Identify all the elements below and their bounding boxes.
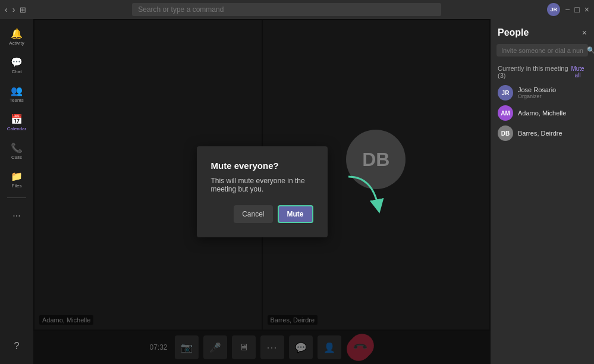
- panel-header: People ×: [491, 19, 594, 44]
- invite-search-icon: 🔍: [587, 46, 594, 54]
- activity-icon: ⊞: [20, 5, 26, 14]
- search-bar[interactable]: [132, 3, 441, 16]
- content-area: Adamo, Michelle DB Barres, Deirdre 07:32…: [33, 19, 491, 364]
- top-bar-right: JR − □ ×: [547, 3, 589, 16]
- forward-icon[interactable]: ›: [12, 5, 15, 14]
- sidebar-item-chat[interactable]: 💬 Chat: [4, 52, 30, 79]
- sidebar-label-chat: Chat: [12, 69, 22, 74]
- sidebar-item-calls[interactable]: 📞 Calls: [4, 138, 30, 164]
- mute-all-button[interactable]: Mute all: [568, 65, 587, 79]
- jose-role: Organizer: [518, 93, 587, 99]
- sidebar-label-calls: Calls: [11, 155, 22, 160]
- modal-title: Mute everyone?: [211, 161, 313, 171]
- sidebar-item-teams[interactable]: 👥 Teams: [4, 81, 30, 107]
- michelle-initials: AM: [501, 110, 510, 117]
- teams-nav-icon: 👥: [11, 85, 23, 96]
- modal-overlay: Mute everyone? This will mute everyone i…: [33, 19, 491, 364]
- close-button[interactable]: ×: [584, 5, 589, 14]
- modal-body: This will mute everyone in the meeting b…: [211, 177, 313, 193]
- sidebar-item-calendar[interactable]: 📅 Calendar: [4, 109, 30, 136]
- search-input[interactable]: [138, 5, 435, 14]
- mute-button[interactable]: Mute: [278, 205, 313, 223]
- cancel-button[interactable]: Cancel: [234, 205, 272, 223]
- user-avatar[interactable]: JR: [547, 3, 560, 16]
- help-icon: ?: [14, 341, 20, 352]
- restore-button[interactable]: □: [574, 5, 579, 14]
- chat-nav-icon: 💬: [11, 57, 23, 68]
- people-panel: People × 🔍 Currently in this meeting (3)…: [491, 19, 594, 364]
- calls-nav-icon: 📞: [11, 142, 23, 153]
- minimize-button[interactable]: −: [565, 5, 570, 14]
- meeting-section-header: Currently in this meeting (3) Mute all: [498, 65, 587, 79]
- panel-title: People: [498, 27, 529, 38]
- participant-item-jose[interactable]: JR Jose Rosario Organizer: [498, 83, 587, 103]
- deirdre-panel-initials: DB: [501, 130, 510, 137]
- sidebar-divider: [7, 197, 26, 198]
- meeting-section: Currently in this meeting (3) Mute all J…: [491, 61, 594, 147]
- sidebar-label-calendar: Calendar: [7, 126, 26, 131]
- files-nav-icon: 📁: [11, 171, 23, 182]
- sidebar-label-activity: Activity: [9, 40, 24, 46]
- sidebar-label-files: Files: [12, 183, 22, 189]
- participant-info-jose: Jose Rosario Organizer: [518, 86, 587, 99]
- participant-avatar-jose: JR: [498, 85, 513, 101]
- participant-info-michelle: Adamo, Michelle: [518, 109, 587, 117]
- top-bar-left: ‹ › ⊞: [5, 5, 26, 14]
- activity-nav-icon: 🔔: [11, 28, 23, 39]
- calendar-nav-icon: 📅: [11, 114, 23, 125]
- meeting-section-title: Currently in this meeting (3): [498, 65, 568, 79]
- participant-avatar-deirdre: DB: [498, 125, 513, 141]
- sidebar-item-more[interactable]: ···: [4, 203, 30, 229]
- top-bar-center: [26, 3, 547, 16]
- invite-input[interactable]: [501, 47, 583, 54]
- participant-item-deirdre[interactable]: DB Barres, Deirdre: [498, 123, 587, 143]
- sidebar-item-files[interactable]: 📁 Files: [4, 167, 30, 193]
- back-icon[interactable]: ‹: [5, 5, 8, 14]
- modal-actions: Cancel Mute: [211, 205, 313, 223]
- top-bar: ‹ › ⊞ JR − □ ×: [0, 0, 594, 19]
- jose-name: Jose Rosario: [518, 86, 587, 93]
- sidebar-item-help[interactable]: ?: [4, 333, 30, 359]
- michelle-name: Adamo, Michelle: [518, 109, 587, 117]
- jose-initials: JR: [502, 90, 510, 96]
- left-sidebar: 🔔 Activity 💬 Chat 👥 Teams 📅 Calendar 📞 C…: [0, 19, 33, 364]
- sidebar-item-activity[interactable]: 🔔 Activity: [4, 24, 30, 50]
- panel-close-button[interactable]: ×: [582, 28, 587, 37]
- participant-item-michelle[interactable]: AM Adamo, Michelle: [498, 103, 587, 123]
- deirdre-name: Barres, Deirdre: [518, 130, 587, 137]
- more-nav-icon: ···: [12, 211, 20, 221]
- sidebar-label-teams: Teams: [10, 98, 24, 103]
- participant-info-deirdre: Barres, Deirdre: [518, 130, 587, 137]
- invite-bar[interactable]: 🔍: [496, 44, 588, 57]
- modal-dialog: Mute everyone? This will mute everyone i…: [197, 146, 328, 237]
- participant-avatar-michelle: AM: [498, 105, 513, 121]
- arrow-indicator: [342, 171, 390, 221]
- main-layout: 🔔 Activity 💬 Chat 👥 Teams 📅 Calendar 📞 C…: [0, 19, 594, 364]
